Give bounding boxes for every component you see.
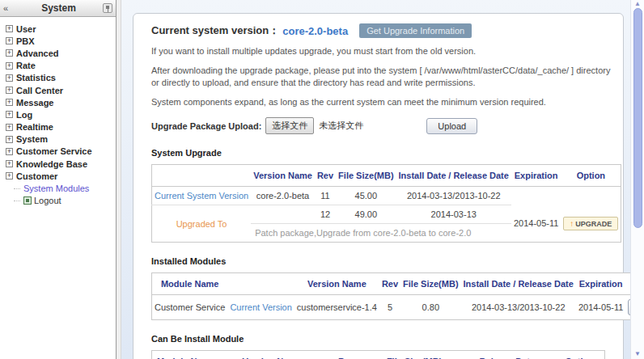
column-header: Expiration <box>576 273 625 295</box>
version-name-cell <box>251 205 315 224</box>
collapse-icon[interactable]: « <box>3 3 15 13</box>
expand-plus-icon[interactable]: + <box>6 160 13 167</box>
file-size-cell: 49.00 <box>336 205 396 224</box>
sidebar-item-label: System Modules <box>23 184 89 193</box>
expand-plus-icon[interactable]: + <box>6 124 13 131</box>
system-upgrade-table: Version Name Rev File Size(MB) Install D… <box>151 164 621 243</box>
option-cell: ↑UPGRADE <box>561 205 621 243</box>
sidebar-item-advanced[interactable]: +Advanced <box>6 47 116 59</box>
upgrade-button[interactable]: ↑UPGRADE <box>563 217 618 230</box>
expand-plus-icon[interactable]: + <box>6 25 13 32</box>
rev-cell: 5 <box>379 295 400 320</box>
column-header: Version Name <box>294 273 379 295</box>
expiration-cell: 2014-05-11 <box>576 295 625 320</box>
pin-icon[interactable] <box>103 3 112 13</box>
file-size-cell: 0.80 <box>400 295 460 320</box>
upload-row: Upgrade Package Upload: 选择文件 未选择文件 Uploa… <box>151 117 605 134</box>
install-date-cell: 2014-03-13 <box>396 205 511 224</box>
sidebar-item-user[interactable]: +User <box>6 23 116 35</box>
installed-module-row: Customer Service Current Version custome… <box>152 295 631 320</box>
installed-modules-title: Installed Modules <box>151 256 605 266</box>
sidebar-item-customer-service[interactable]: +Customer Service <box>6 146 116 158</box>
no-file-chosen-text: 未选择文件 <box>319 120 363 132</box>
column-header: Rev <box>324 351 369 359</box>
sidebar-item-rate[interactable]: +Rate <box>6 60 116 72</box>
column-header: Version Name <box>251 165 315 187</box>
expiration-cell <box>511 187 561 205</box>
can-be-install-module-title: Can Be Install Module <box>151 334 605 344</box>
scrollbar-thumb[interactable] <box>633 8 642 228</box>
sidebar-item-statistics[interactable]: +Statistics <box>6 72 116 84</box>
current-version-link[interactable]: Current Version <box>227 295 294 320</box>
logout-icon <box>23 196 32 205</box>
option-cell <box>561 187 621 205</box>
expand-plus-icon[interactable]: + <box>6 62 13 70</box>
expand-plus-icon[interactable]: + <box>6 99 13 106</box>
vertical-scrollbar[interactable]: ▲ ▼ <box>630 0 644 359</box>
sidebar-item-label: Message <box>16 98 53 108</box>
sidebar: « System +User +PBX +Advanced +Rate +Sta… <box>0 0 117 359</box>
scroll-down-icon[interactable]: ▼ <box>631 349 644 359</box>
sidebar-item-system-modules[interactable]: System Modules <box>14 182 116 194</box>
get-upgrade-information-button[interactable]: Get Upgrade Information <box>359 23 472 38</box>
expand-plus-icon[interactable]: + <box>6 136 13 143</box>
upgraded-to-label: Upgraded To <box>152 205 252 243</box>
version-title-row: Current system version： core-2.0-beta Ge… <box>151 23 605 38</box>
system-upgrade-title: System Upgrade <box>151 148 605 158</box>
sidebar-item-system[interactable]: +System <box>6 133 116 146</box>
module-name-cell: Customer Service <box>152 295 228 320</box>
sidebar-item-label: User <box>16 24 36 34</box>
column-header: Rev <box>315 165 336 187</box>
column-header: Option <box>561 165 621 187</box>
table-header-row: Module Name Version Name Rev File Size(M… <box>152 351 605 359</box>
expand-plus-icon[interactable]: + <box>6 49 13 57</box>
sidebar-item-knowledge-base[interactable]: +Knowledge Base <box>6 158 116 170</box>
sidebar-item-label: Log <box>16 110 32 120</box>
tree-connector <box>14 188 20 189</box>
sidebar-item-log[interactable]: +Log <box>6 108 116 120</box>
column-header: Install Date / Release Date <box>396 165 511 187</box>
upload-label: Upgrade Package Upload: <box>151 121 261 131</box>
current-version-value: core-2.0-beta <box>282 25 348 37</box>
sidebar-item-label: Knowledge Base <box>16 159 87 169</box>
table-header-row: Version Name Rev File Size(MB) Install D… <box>152 165 621 187</box>
sidebar-item-customer[interactable]: +Customer <box>6 170 116 182</box>
expand-plus-icon[interactable]: + <box>6 87 13 94</box>
column-header: Version Name <box>219 351 324 359</box>
sidebar-header: « System <box>0 0 116 17</box>
expand-plus-icon[interactable]: + <box>6 37 13 44</box>
expiration-cell: 2014-05-11 <box>511 205 561 243</box>
sidebar-item-call-center[interactable]: +Call Center <box>6 84 116 96</box>
install-date-cell: 2014-03-13/2013-10-22 <box>461 295 576 320</box>
expand-plus-icon[interactable]: + <box>6 172 13 180</box>
sidebar-item-message[interactable]: +Message <box>6 96 116 108</box>
sidebar-item-label: Customer Service <box>16 146 92 156</box>
sidebar-item-label: Call Center <box>16 86 63 95</box>
choose-file-button[interactable]: 选择文件 <box>265 117 314 134</box>
current-system-version-link[interactable]: Current System Version <box>152 187 252 205</box>
rev-cell: 12 <box>315 205 336 224</box>
sidebar-title: System <box>15 2 103 14</box>
sidebar-item-label: Customer <box>16 171 57 181</box>
install-date-cell: 2014-03-13/2013-10-22 <box>396 187 511 205</box>
upgraded-to-row: Upgraded To 12 49.00 2014-03-13 2014-05-… <box>152 205 621 224</box>
tree-connector <box>14 201 20 201</box>
sidebar-item-label: System <box>16 134 48 144</box>
sidebar-item-label: Advanced <box>16 49 59 58</box>
sidebar-item-logout[interactable]: Logout <box>14 195 116 207</box>
scroll-up-icon[interactable]: ▲ <box>631 0 644 8</box>
sidebar-item-label: Logout <box>34 196 61 205</box>
expand-plus-icon[interactable]: + <box>6 74 13 82</box>
upload-button[interactable]: Upload <box>426 118 477 134</box>
column-header: Release Date <box>460 351 555 359</box>
info-paragraph: System components expand, as long as the… <box>151 96 616 108</box>
expand-plus-icon[interactable]: + <box>6 111 13 118</box>
info-paragraph: After downloading the upgrade package, p… <box>151 65 616 89</box>
sidebar-tree: +User +PBX +Advanced +Rate +Statistics +… <box>0 17 116 207</box>
column-header: Install Date / Release Date <box>461 273 576 295</box>
content-panel: Current system version： core-2.0-beta Ge… <box>133 13 624 359</box>
patch-note: Patch package,Upgrade from core-2.0-beta… <box>251 224 511 243</box>
expand-plus-icon[interactable]: + <box>6 148 13 155</box>
sidebar-item-realtime[interactable]: +Realtime <box>6 121 116 133</box>
sidebar-item-pbx[interactable]: +PBX <box>6 35 116 47</box>
